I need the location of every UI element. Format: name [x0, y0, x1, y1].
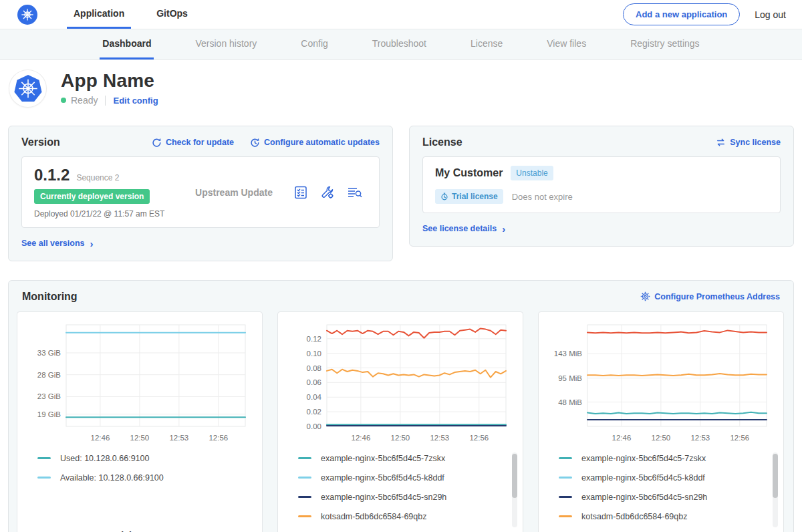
- license-card-title: License: [422, 136, 462, 148]
- subnav-tab-registry-settings[interactable]: Registry settings: [628, 29, 702, 59]
- cpu-usage-chart-card: 12:4612:5012:5312:560.120.100.080.060.04…: [277, 311, 523, 532]
- brand-logo[interactable]: [17, 0, 37, 29]
- legend-label: example-nginx-5bc6f5d4c5-sn29h: [581, 493, 707, 502]
- app-sub-nav: DashboardVersion historyConfigTroublesho…: [0, 29, 802, 60]
- clock-refresh-icon: [250, 138, 260, 148]
- svg-text:12:56: 12:56: [730, 434, 749, 442]
- svg-text:95 MiB: 95 MiB: [558, 374, 582, 382]
- edit-config-link[interactable]: Edit config: [113, 96, 158, 106]
- legend-label: kotsadm-5db6dc6584-69qbz: [581, 512, 687, 521]
- subnav-tab-license[interactable]: License: [468, 29, 505, 59]
- refresh-icon: [152, 138, 162, 148]
- configure-prometheus-link[interactable]: Configure Prometheus Address: [640, 291, 780, 301]
- currently-deployed-badge: Currently deployed version: [34, 189, 150, 204]
- trial-license-badge: Trial license: [435, 189, 503, 204]
- version-card: Version Check for update: [8, 126, 393, 261]
- see-license-details-link[interactable]: See license details›: [422, 223, 505, 235]
- topnav-tab-application[interactable]: Application: [67, 0, 131, 29]
- svg-text:12:50: 12:50: [390, 434, 410, 442]
- legend-item[interactable]: example-nginx-5bc6f5d4c5-k8ddf: [298, 473, 493, 483]
- logout-button[interactable]: Log out: [755, 9, 786, 20]
- chevron-right-icon: ›: [502, 223, 505, 235]
- chart-title: Disk Usage: [17, 530, 262, 532]
- svg-text:12:50: 12:50: [130, 434, 149, 442]
- app-kubernetes-avatar-icon: [9, 70, 46, 107]
- legend-scrollbar[interactable]: [512, 452, 517, 527]
- app-header: App Name Ready Edit config: [0, 60, 802, 118]
- memory-usage-legend: example-nginx-5bc6f5d4c5-7zskxexample-ng…: [559, 454, 783, 531]
- svg-text:12:46: 12:46: [612, 434, 632, 442]
- legend-item[interactable]: example-nginx-5bc6f5d4c5-k8ddf: [559, 473, 754, 483]
- legend-swatch-icon: [298, 496, 311, 498]
- legend-label: kotsadm-5db6dc6584-69qbz: [321, 512, 426, 521]
- sync-license-link[interactable]: Sync license: [716, 138, 781, 147]
- view-logs-icon[interactable]: [347, 185, 363, 200]
- legend-swatch-icon: [298, 515, 311, 517]
- subnav-tab-troubleshoot[interactable]: Troubleshoot: [370, 29, 429, 59]
- topnav-tab-gitops[interactable]: GitOps: [150, 0, 194, 29]
- legend-label: Used: 10.128.0.66:9100: [60, 454, 149, 463]
- svg-text:0.04: 0.04: [307, 393, 322, 401]
- legend-item[interactable]: Used: 10.128.0.66:9100: [37, 454, 233, 463]
- legend-swatch-icon: [559, 477, 572, 479]
- add-new-application-button[interactable]: Add a new application: [623, 3, 740, 25]
- preflight-checks-icon[interactable]: [293, 185, 308, 200]
- svg-text:12:56: 12:56: [209, 434, 228, 442]
- configure-automatic-updates-link[interactable]: Configure automatic updates: [250, 138, 380, 148]
- legend-item[interactable]: kotsadm-5db6dc6584-69qbz: [559, 512, 754, 521]
- legend-item[interactable]: example-nginx-5bc6f5d4c5-7zskx: [298, 454, 493, 463]
- version-card-title: Version: [21, 136, 60, 148]
- legend-swatch-icon: [559, 496, 572, 498]
- version-number: 0.1.2: [34, 166, 70, 184]
- legend-swatch-icon: [37, 477, 51, 479]
- see-all-versions-link[interactable]: See all versions›: [21, 238, 94, 249]
- sync-arrows-icon: [716, 138, 726, 147]
- svg-text:0.08: 0.08: [307, 364, 321, 372]
- check-for-update-link[interactable]: Check for update: [152, 138, 234, 148]
- sequence-label: Sequence 2: [76, 173, 119, 182]
- legend-item[interactable]: example-nginx-5bc6f5d4c5-7zskx: [559, 454, 754, 463]
- subnav-tab-version-history[interactable]: Version history: [192, 29, 259, 59]
- legend-label: example-nginx-5bc6f5d4c5-k8ddf: [321, 473, 444, 483]
- legend-item[interactable]: example-nginx-5bc6f5d4c5-sn29h: [298, 493, 493, 502]
- license-inner-panel: My Customer Unstable Trial license Does …: [422, 156, 781, 213]
- deployed-timestamp: Deployed 01/21/22 @ 11:57 am EST: [34, 209, 180, 219]
- legend-scrollbar-thumb[interactable]: [512, 454, 517, 498]
- stopwatch-icon: [440, 192, 448, 201]
- topnav-tabs: ApplicationGitOps: [67, 0, 194, 29]
- upstream-update-label: Upstream Update: [180, 187, 288, 198]
- svg-text:12:53: 12:53: [690, 434, 710, 442]
- legend-scrollbar[interactable]: [773, 452, 778, 527]
- svg-text:12:53: 12:53: [430, 434, 449, 442]
- svg-text:12:46: 12:46: [352, 434, 371, 442]
- edit-config-wrench-icon[interactable]: [320, 185, 335, 200]
- legend-scrollbar-thumb[interactable]: [773, 454, 778, 498]
- legend-label: example-nginx-5bc6f5d4c5-sn29h: [321, 493, 446, 502]
- legend-swatch-icon: [298, 477, 311, 479]
- svg-text:28 GiB: 28 GiB: [37, 370, 61, 378]
- license-expiry: Does not expire: [512, 192, 573, 202]
- legend-item[interactable]: kotsadm-5db6dc6584-69qbz: [298, 512, 493, 521]
- subnav-tab-view-files[interactable]: View files: [544, 29, 589, 59]
- customer-name: My Customer: [435, 167, 503, 179]
- subnav-tab-dashboard[interactable]: Dashboard: [100, 29, 154, 59]
- svg-text:0.10: 0.10: [307, 349, 321, 357]
- disk-usage-chart-card: 12:4612:5012:5312:5633 GiB28 GiB23 GiB19…: [17, 311, 263, 532]
- svg-text:33 GiB: 33 GiB: [37, 348, 61, 356]
- status-ready-dot-icon: [61, 98, 66, 103]
- legend-item[interactable]: Available: 10.128.0.66:9100: [37, 473, 233, 483]
- channel-badge: Unstable: [511, 166, 553, 180]
- legend-item[interactable]: example-nginx-5bc6f5d4c5-sn29h: [559, 493, 754, 502]
- monitoring-card: Monitoring Configure Prometheus Address: [8, 280, 794, 532]
- cpu-usage-chart: 12:4612:5012:5312:560.120.100.080.060.04…: [278, 320, 523, 451]
- legend-swatch-icon: [37, 457, 51, 459]
- svg-text:12:53: 12:53: [169, 434, 188, 442]
- svg-text:19 GiB: 19 GiB: [37, 410, 61, 418]
- legend-label: example-nginx-5bc6f5d4c5-k8ddf: [581, 473, 705, 483]
- subnav-tab-config[interactable]: Config: [298, 29, 330, 59]
- svg-text:23 GiB: 23 GiB: [37, 392, 61, 400]
- memory-usage-chart-card: 12:4612:5012:5312:56143 MiB95 MiB48 MiB …: [538, 311, 784, 532]
- chevron-right-icon: ›: [90, 238, 94, 249]
- svg-text:143 MiB: 143 MiB: [554, 350, 583, 358]
- page-title: App Name: [61, 70, 158, 92]
